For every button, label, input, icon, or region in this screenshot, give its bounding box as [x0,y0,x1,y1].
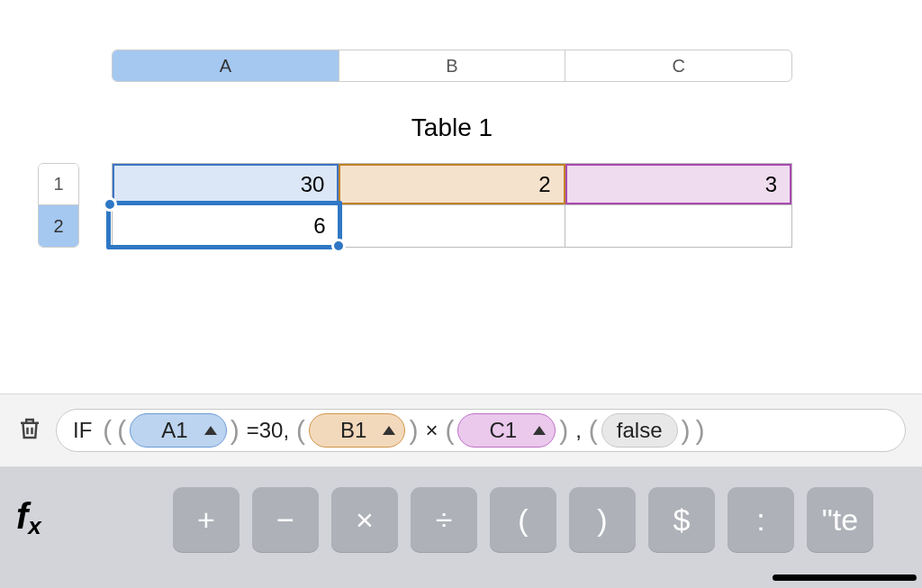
table-title[interactable]: Table 1 [112,113,792,142]
key-times[interactable]: × [331,487,398,552]
cell-A1[interactable]: 30 [113,164,339,204]
key-rparen[interactable]: ) [569,487,636,552]
open-paren-inner: ( [115,415,128,446]
column-header-A[interactable]: A [113,50,339,81]
data-grid: 30 2 3 6 [112,163,792,248]
cell-C1[interactable]: 3 [565,164,791,204]
formula-input[interactable]: IF ( ( A1 ) =30, ( B1 ) × ( C1 ) , ( fal… [56,409,906,452]
key-lparen[interactable]: ( [490,487,556,552]
chevron-up-icon [383,426,395,435]
key-colon[interactable]: : [728,487,794,552]
close-paren-false: ) [680,415,692,446]
times-operator: × [421,418,441,443]
key-minus[interactable]: − [252,487,319,552]
key-dollar[interactable]: $ [648,487,715,552]
cell-ref-pill-C1[interactable]: C1 [457,413,556,448]
table-row: 30 2 3 [113,164,791,205]
column-header-B[interactable]: B [339,50,566,81]
open-paren-false: ( [587,415,600,446]
column-header-C[interactable]: C [565,50,791,81]
key-quote-text[interactable]: "te [807,487,873,552]
cell-B2[interactable] [339,205,566,247]
chevron-up-icon [204,426,217,435]
formula-text: =30, [243,418,293,443]
cell-ref-pill-A1[interactable]: A1 [130,413,226,448]
row-header-column: 1 2 [38,163,79,248]
formula-keypad: fx + − × ÷ ( ) $ : "te [0,467,922,588]
close-paren-c: ) [557,415,570,446]
cell-B1[interactable]: 2 [339,164,565,204]
open-paren-b: ( [294,415,307,446]
close-paren-b: ) [407,415,420,446]
key-divide[interactable]: ÷ [411,487,477,552]
formula-function-name: IF [66,418,99,443]
column-header-row: A B C [112,50,792,82]
close-paren-outer: ) [694,415,707,446]
fx-button[interactable]: fx [16,487,160,537]
cell-ref-pill-B1[interactable]: B1 [309,413,405,448]
row-header-2[interactable]: 2 [39,205,78,247]
cell-C2[interactable] [565,205,791,247]
home-indicator [773,574,917,581]
false-pill[interactable]: false [601,413,678,448]
chevron-up-icon [533,426,546,435]
open-paren-c: ( [443,415,456,446]
open-paren: ( [101,415,113,446]
table-row: 6 [113,205,791,247]
row-header-1[interactable]: 1 [39,164,78,205]
close-paren-inner: ) [229,415,241,446]
delete-formula-icon[interactable] [16,415,43,446]
key-plus[interactable]: + [173,487,240,552]
comma: , [572,418,585,443]
cell-A2[interactable]: 6 [113,205,339,247]
formula-bar: IF ( ( A1 ) =30, ( B1 ) × ( C1 ) , ( fal… [0,394,922,467]
